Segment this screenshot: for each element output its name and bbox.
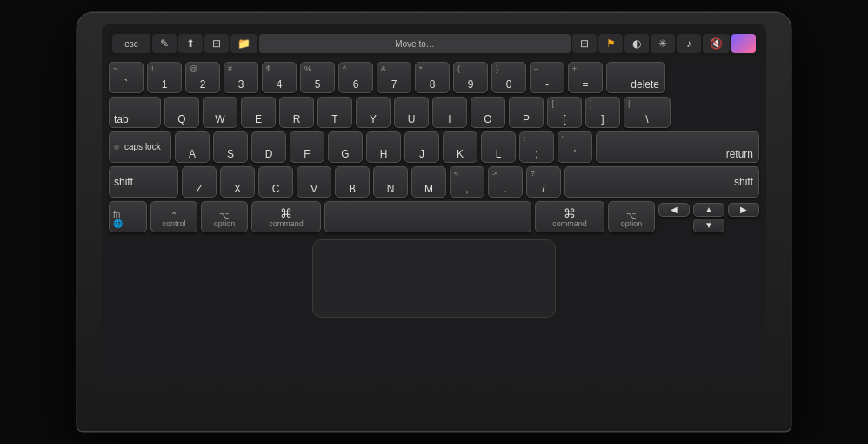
key-control[interactable]: ⌃ control bbox=[150, 201, 197, 232]
key-5[interactable]: %5 bbox=[300, 62, 335, 93]
key-s[interactable]: S bbox=[213, 131, 248, 163]
key-e[interactable]: E bbox=[241, 97, 276, 128]
key-tab[interactable]: tab bbox=[109, 97, 161, 128]
tb-address-bar[interactable]: Move to… bbox=[259, 34, 571, 53]
esc-key[interactable]: esc bbox=[112, 34, 150, 53]
tb-flag-icon[interactable]: ⚑ bbox=[598, 34, 623, 53]
tb-trash2-icon[interactable]: ⊟ bbox=[572, 34, 597, 53]
key-f[interactable]: F bbox=[290, 131, 324, 163]
key-h[interactable]: H bbox=[366, 131, 401, 163]
asdf-row: caps lock A S D F G H J K L :; "' return bbox=[109, 131, 759, 163]
key-rbracket[interactable]: }] bbox=[585, 97, 620, 128]
laptop-body: esc ✎ ⬆ ⊟ 📁 Move to… ⊟ ⚑ ◐ ✳ ♪ 🔇 ~` !1 @… bbox=[77, 13, 791, 431]
key-comma[interactable]: <, bbox=[450, 166, 484, 198]
key-rshift[interactable]: shift bbox=[564, 166, 759, 198]
key-8[interactable]: *8 bbox=[415, 62, 450, 93]
key-backtick[interactable]: ~` bbox=[109, 62, 144, 93]
key-p[interactable]: P bbox=[509, 97, 544, 128]
key-lcommand[interactable]: ⌘ command bbox=[251, 201, 321, 232]
key-c[interactable]: C bbox=[258, 166, 293, 198]
key-fn[interactable]: fn 🌐 bbox=[109, 201, 147, 232]
key-minus[interactable]: –- bbox=[530, 62, 564, 93]
touch-bar: esc ✎ ⬆ ⊟ 📁 Move to… ⊟ ⚑ ◐ ✳ ♪ 🔇 bbox=[109, 30, 759, 57]
key-9[interactable]: (9 bbox=[453, 62, 488, 93]
key-g[interactable]: G bbox=[328, 131, 363, 163]
key-m[interactable]: M bbox=[411, 166, 446, 198]
key-x[interactable]: X bbox=[220, 166, 255, 198]
tb-edit-icon[interactable]: ✎ bbox=[152, 34, 177, 53]
key-o[interactable]: O bbox=[471, 97, 505, 128]
key-delete[interactable]: delete bbox=[606, 62, 665, 93]
tb-moon-icon[interactable]: ◐ bbox=[624, 34, 649, 53]
key-l[interactable]: L bbox=[481, 131, 516, 163]
key-up-arrow[interactable]: ▲ bbox=[693, 203, 724, 217]
key-r[interactable]: R bbox=[279, 97, 314, 128]
key-space[interactable] bbox=[324, 201, 531, 232]
key-left-arrow[interactable]: ◀ bbox=[658, 203, 690, 217]
key-semicolon[interactable]: :; bbox=[519, 131, 554, 163]
keyboard-area: esc ✎ ⬆ ⊟ 📁 Move to… ⊟ ⚑ ◐ ✳ ♪ 🔇 ~` !1 @… bbox=[102, 24, 766, 379]
key-v[interactable]: V bbox=[297, 166, 331, 198]
keyboard-rows: ~` !1 @2 #3 $4 %5 ^6 &7 *8 (9 )0 –- += d… bbox=[109, 62, 759, 232]
key-quote[interactable]: "' bbox=[558, 131, 592, 163]
zxcv-row: shift Z X C V B N M <, >. ?/ shift bbox=[109, 166, 759, 198]
key-t[interactable]: T bbox=[317, 97, 352, 128]
key-equals[interactable]: += bbox=[568, 62, 603, 93]
number-row: ~` !1 @2 #3 $4 %5 ^6 &7 *8 (9 )0 –- += d… bbox=[109, 62, 759, 93]
tb-trash-icon[interactable]: ⊟ bbox=[204, 34, 229, 53]
key-1[interactable]: !1 bbox=[147, 62, 182, 93]
key-2[interactable]: @2 bbox=[185, 62, 220, 93]
key-roption[interactable]: ⌥ option bbox=[608, 201, 655, 232]
key-4[interactable]: $4 bbox=[262, 62, 297, 93]
key-3[interactable]: #3 bbox=[224, 62, 258, 93]
key-z[interactable]: Z bbox=[182, 166, 217, 198]
tb-volume-icon[interactable]: ♪ bbox=[677, 34, 701, 53]
key-backslash[interactable]: |\ bbox=[624, 97, 671, 128]
tb-share-icon[interactable]: ⬆ bbox=[178, 34, 203, 53]
key-n[interactable]: N bbox=[373, 166, 408, 198]
key-q[interactable]: Q bbox=[164, 97, 199, 128]
key-down-arrow[interactable]: ▼ bbox=[693, 219, 724, 232]
tb-siri-icon[interactable] bbox=[731, 34, 756, 53]
key-0[interactable]: )0 bbox=[491, 62, 526, 93]
key-rcommand[interactable]: ⌘ command bbox=[535, 201, 604, 232]
key-period[interactable]: >. bbox=[488, 166, 523, 198]
key-i[interactable]: I bbox=[432, 97, 467, 128]
tb-asterisk-icon[interactable]: ✳ bbox=[651, 34, 675, 53]
key-j[interactable]: J bbox=[404, 131, 439, 163]
key-a[interactable]: A bbox=[175, 131, 210, 163]
key-b[interactable]: B bbox=[335, 166, 370, 198]
key-capslock[interactable]: caps lock bbox=[109, 131, 171, 163]
key-return[interactable]: return bbox=[596, 131, 759, 163]
key-d[interactable]: D bbox=[251, 131, 286, 163]
tb-mute-icon[interactable]: 🔇 bbox=[703, 34, 730, 53]
key-7[interactable]: &7 bbox=[377, 62, 411, 93]
tb-folder-icon[interactable]: 📁 bbox=[230, 34, 257, 53]
key-lshift[interactable]: shift bbox=[109, 166, 178, 198]
key-y[interactable]: Y bbox=[356, 97, 391, 128]
key-lbracket[interactable]: {[ bbox=[547, 97, 582, 128]
key-6[interactable]: ^6 bbox=[338, 62, 373, 93]
trackpad[interactable] bbox=[312, 239, 556, 318]
key-k[interactable]: K bbox=[443, 131, 477, 163]
key-right-arrow[interactable]: ▶ bbox=[728, 203, 759, 217]
modifier-row: fn 🌐 ⌃ control ⌥ option ⌘ command ⌘ bbox=[109, 201, 759, 232]
key-slash[interactable]: ?/ bbox=[526, 166, 561, 198]
key-u[interactable]: U bbox=[394, 97, 429, 128]
qwerty-row: tab Q W E R T Y U I O P {[ }] |\ bbox=[109, 97, 759, 128]
key-loption[interactable]: ⌥ option bbox=[201, 201, 248, 232]
key-w[interactable]: W bbox=[203, 97, 237, 128]
